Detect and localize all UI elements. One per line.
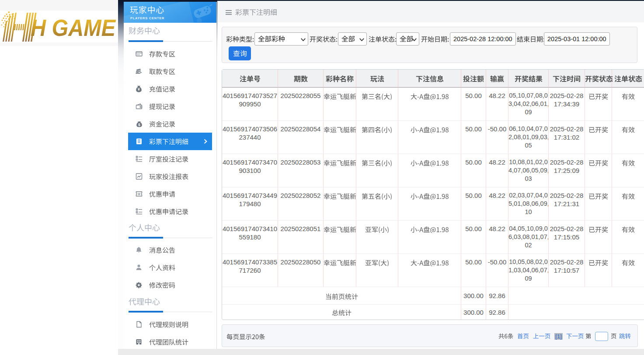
svg-text:¥: ¥ <box>138 87 140 91</box>
svg-text:¥: ¥ <box>138 192 140 196</box>
svg-text:$: $ <box>138 123 140 127</box>
svg-text:H GAME: H GAME <box>31 15 116 41</box>
